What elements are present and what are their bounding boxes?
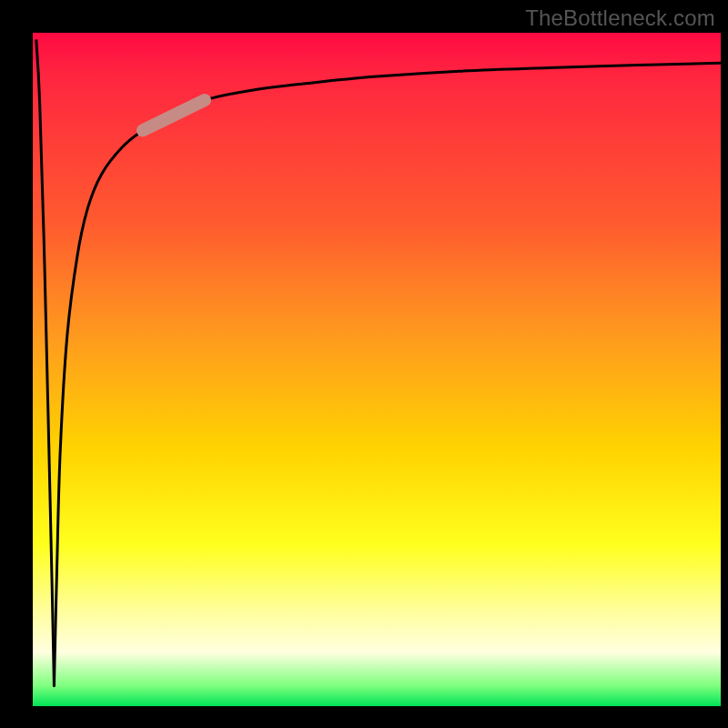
series-rise-branch xyxy=(54,63,721,686)
series-marker-segment xyxy=(143,100,205,130)
chart-frame: TheBottleneck.com xyxy=(0,0,728,728)
series-dip-branch xyxy=(36,39,55,685)
chart-curves xyxy=(33,33,721,706)
watermark-label: TheBottleneck.com xyxy=(525,5,715,31)
